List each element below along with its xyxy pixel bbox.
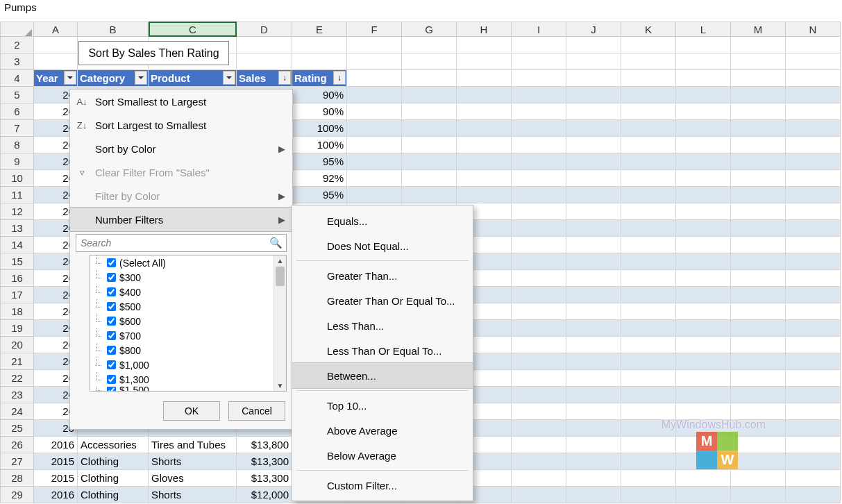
cell[interactable] <box>512 53 566 70</box>
cell[interactable] <box>786 87 841 103</box>
cell[interactable] <box>347 170 402 187</box>
cell[interactable] <box>786 470 841 487</box>
cell[interactable] <box>676 87 731 103</box>
cell[interactable] <box>566 203 621 220</box>
cell[interactable] <box>731 303 786 320</box>
cell[interactable] <box>731 437 786 453</box>
cell[interactable] <box>676 137 731 153</box>
cell[interactable] <box>512 420 566 437</box>
cell[interactable] <box>786 403 841 420</box>
row-header[interactable]: 3 <box>0 53 34 70</box>
cell[interactable]: Gloves <box>149 470 237 487</box>
cell[interactable] <box>566 187 621 203</box>
cell[interactable] <box>786 437 841 453</box>
cell[interactable] <box>512 437 566 453</box>
cell[interactable] <box>512 187 566 203</box>
cell[interactable] <box>621 103 676 120</box>
cell[interactable] <box>786 370 841 387</box>
cell[interactable] <box>621 137 676 153</box>
filter-value-checkbox[interactable] <box>107 317 116 326</box>
cell[interactable] <box>457 187 512 203</box>
cell[interactable] <box>676 270 731 287</box>
menu-sort-descending[interactable]: Z↓ Sort Largest to Smallest <box>70 113 292 137</box>
cell[interactable] <box>566 487 621 503</box>
cell[interactable] <box>347 153 402 170</box>
row-header[interactable]: 8 <box>0 137 34 153</box>
cell[interactable] <box>347 37 402 53</box>
cell[interactable] <box>731 253 786 270</box>
filter-dropdown-icon[interactable] <box>135 71 147 85</box>
cell[interactable] <box>566 53 621 70</box>
cell[interactable] <box>566 437 621 453</box>
cell[interactable] <box>676 37 731 53</box>
cell[interactable] <box>457 103 512 120</box>
cell[interactable]: 2015 <box>34 470 78 487</box>
cell[interactable] <box>621 37 676 53</box>
row-header[interactable]: 6 <box>0 103 34 120</box>
cell[interactable] <box>786 237 841 253</box>
row-header[interactable]: 7 <box>0 120 34 137</box>
cell[interactable] <box>676 370 731 387</box>
cell[interactable] <box>512 370 566 387</box>
cell[interactable] <box>786 220 841 237</box>
cell[interactable] <box>347 70 402 87</box>
row-header[interactable]: 29 <box>0 487 34 503</box>
cell[interactable] <box>676 237 731 253</box>
filter-dropdown-icon[interactable] <box>278 71 291 85</box>
cell[interactable] <box>457 120 512 137</box>
cell[interactable] <box>731 170 786 187</box>
sort-by-sales-button[interactable]: Sort By Sales Then Rating <box>78 41 229 65</box>
cell[interactable] <box>676 287 731 303</box>
menu-sort-ascending[interactable]: A↓ Sort Smallest to Largest <box>70 90 292 113</box>
cell[interactable] <box>512 320 566 337</box>
cell[interactable] <box>731 37 786 53</box>
row-header[interactable]: 11 <box>0 187 34 203</box>
cell[interactable] <box>402 120 457 137</box>
cell[interactable] <box>237 37 292 53</box>
cell[interactable] <box>512 253 566 270</box>
submenu-between[interactable]: Between... <box>292 363 473 388</box>
cell[interactable] <box>676 220 731 237</box>
cell[interactable] <box>786 287 841 303</box>
submenu-equals[interactable]: Equals... <box>292 208 473 233</box>
cell[interactable] <box>566 170 621 187</box>
cell[interactable] <box>786 70 841 87</box>
cell[interactable]: 2016 <box>34 437 78 453</box>
cell[interactable] <box>786 120 841 137</box>
cell[interactable] <box>512 487 566 503</box>
row-header[interactable]: 28 <box>0 470 34 487</box>
cell[interactable]: 95% <box>292 153 347 170</box>
cancel-button[interactable]: Cancel <box>228 401 285 421</box>
col-header-M[interactable]: M <box>731 22 786 37</box>
cell[interactable] <box>731 137 786 153</box>
cell[interactable]: 92% <box>292 170 347 187</box>
cell[interactable] <box>731 220 786 237</box>
cell[interactable]: Clothing <box>78 453 149 470</box>
cell[interactable] <box>402 103 457 120</box>
cell[interactable] <box>347 120 402 137</box>
cell[interactable] <box>566 370 621 387</box>
cell[interactable] <box>731 203 786 220</box>
cell[interactable] <box>731 187 786 203</box>
cell[interactable] <box>731 287 786 303</box>
cell[interactable]: 100% <box>292 137 347 153</box>
ok-button[interactable]: OK <box>163 401 220 421</box>
table-header-product[interactable]: Product <box>149 70 237 87</box>
cell[interactable] <box>512 220 566 237</box>
cell[interactable] <box>566 137 621 153</box>
filter-value-item[interactable]: $400 <box>90 285 286 299</box>
cell[interactable] <box>512 353 566 370</box>
cell[interactable] <box>676 303 731 320</box>
row-header[interactable]: 22 <box>0 370 34 387</box>
cell[interactable]: $12,000 <box>237 487 292 503</box>
col-header-C[interactable]: C <box>149 22 237 37</box>
cell[interactable] <box>621 487 676 503</box>
col-header-L[interactable]: L <box>676 22 731 37</box>
cell[interactable] <box>512 137 566 153</box>
filter-value-item[interactable]: (Select All) <box>90 255 286 270</box>
cell[interactable] <box>512 287 566 303</box>
row-header[interactable]: 14 <box>0 237 34 253</box>
row-header[interactable]: 18 <box>0 303 34 320</box>
cell[interactable] <box>731 403 786 420</box>
filter-value-checkbox[interactable] <box>107 360 116 369</box>
